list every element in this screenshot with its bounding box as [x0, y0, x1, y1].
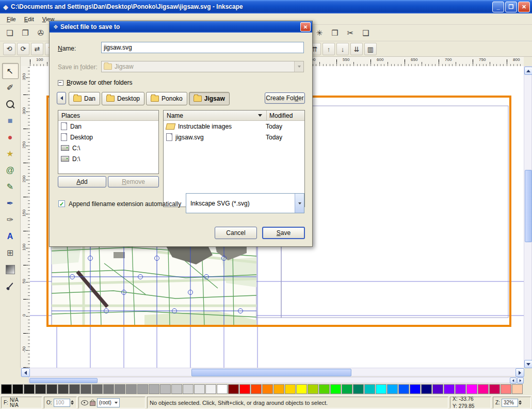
tool-zoom[interactable] — [2, 96, 19, 112]
tool-connector[interactable]: ⊞ — [2, 245, 19, 261]
palette-swatch[interactable] — [58, 384, 69, 394]
palette-swatch[interactable] — [239, 384, 250, 394]
path-back-button[interactable] — [57, 92, 66, 104]
file-type-select[interactable]: Inkscape SVG (*.svg) — [186, 193, 304, 213]
palette-swatch[interactable] — [319, 384, 330, 394]
palette-swatch[interactable] — [364, 384, 375, 394]
scroll-down-button[interactable] — [524, 360, 532, 368]
palette-swatch[interactable] — [251, 384, 262, 394]
palette-swatch[interactable] — [149, 384, 159, 394]
tool-rectangle[interactable]: ■ — [2, 113, 19, 129]
palette-swatch[interactable] — [46, 384, 57, 394]
place-d[interactable]: D:\ — [58, 153, 158, 164]
palette-swatch[interactable] — [501, 384, 511, 394]
palette-swatch[interactable] — [296, 384, 307, 394]
cancel-button[interactable]: Cancel — [215, 227, 257, 239]
layer-visibility-icon[interactable] — [81, 400, 88, 405]
path-button-dan[interactable]: Dan — [69, 92, 100, 105]
palette-swatch[interactable] — [35, 384, 46, 394]
vertical-ruler[interactable]: 350300250200150100500-50 — [21, 66, 30, 368]
rotate-cw-button[interactable]: ⟳ — [17, 43, 29, 55]
horizontal-scrollbar[interactable] — [21, 368, 524, 376]
file-row-jigsaw-svg[interactable]: jigsaw.svgToday — [164, 132, 304, 143]
layer-indicator[interactable]: (root) — [78, 397, 146, 408]
scroll-left-button[interactable] — [21, 368, 30, 377]
palette-swatch[interactable] — [387, 384, 398, 394]
tool-star[interactable]: ★ — [2, 146, 19, 162]
palette-swatch[interactable] — [24, 384, 35, 394]
raise-button[interactable]: ↑ — [323, 43, 335, 55]
tool-spiral[interactable]: @ — [2, 162, 19, 178]
create-folder-button[interactable]: Create Folder — [265, 92, 305, 104]
tool-pencil[interactable]: ✎ — [2, 179, 19, 195]
palette-swatch[interactable] — [183, 384, 194, 394]
palette-swatch[interactable] — [421, 384, 432, 394]
palette-swatch[interactable] — [432, 384, 443, 394]
places-header[interactable]: Places — [58, 111, 158, 121]
browse-folders-expander[interactable]: Browse for other folders — [58, 79, 132, 86]
open-button[interactable]: ❐ — [19, 26, 32, 40]
palette-swatch[interactable] — [410, 384, 421, 394]
palette-swatch[interactable] — [466, 384, 477, 394]
palette-swatch[interactable] — [285, 384, 296, 394]
window-titlebar[interactable]: ◆ C:\Documents and Settings\Dan\Desktop\… — [0, 0, 532, 13]
palette-scrollbar[interactable] — [28, 377, 524, 383]
path-button-desktop[interactable]: Desktop — [102, 92, 144, 105]
path-button-ponoko[interactable]: Ponoko — [146, 92, 187, 105]
preferences-button[interactable]: ✳ — [313, 26, 326, 40]
palette-swatch[interactable] — [273, 384, 284, 394]
scroll-up-button[interactable] — [524, 67, 532, 75]
opacity-value[interactable]: 100 — [54, 399, 70, 407]
palette-swatch[interactable] — [308, 384, 318, 394]
tool-pen[interactable]: ✒ — [2, 195, 19, 211]
palette-swatch[interactable] — [160, 384, 171, 394]
palette-swatch[interactable] — [137, 384, 148, 394]
palette-scroll-right-button[interactable] — [517, 377, 524, 384]
save-button[interactable]: Save — [262, 227, 305, 239]
place-dan[interactable]: Dan — [58, 121, 158, 132]
tool-dropper[interactable] — [2, 278, 19, 294]
dialog-close-button[interactable]: ✕ — [300, 22, 311, 32]
horizontal-scroll-thumb[interactable] — [191, 369, 351, 376]
palette-scroll-left-button[interactable] — [510, 377, 517, 384]
opacity-control[interactable]: O: 100 — [44, 397, 77, 408]
tool-ellipse[interactable]: ● — [2, 129, 19, 145]
spin-down-icon[interactable] — [519, 403, 522, 405]
rotate-ccw-button[interactable]: ⟲ — [3, 43, 15, 55]
palette-swatch[interactable] — [115, 384, 125, 394]
palette-swatch[interactable] — [12, 384, 23, 394]
lower-button[interactable]: ↓ — [336, 43, 349, 55]
spin-down-icon[interactable] — [71, 403, 74, 405]
palette-swatch[interactable] — [217, 384, 228, 394]
palette-swatch[interactable] — [126, 384, 137, 394]
palette-swatch[interactable] — [194, 384, 205, 394]
path-button-jigsaw[interactable]: Jigsaw — [189, 92, 230, 105]
palette-swatch[interactable] — [398, 384, 409, 394]
place-c[interactable]: C:\ — [58, 143, 158, 153]
palette-swatch[interactable] — [512, 384, 523, 394]
palette-swatch[interactable] — [205, 384, 216, 394]
palette-swatch[interactable] — [1, 384, 12, 394]
palette-swatch[interactable] — [262, 384, 273, 394]
collapse-icon[interactable] — [58, 80, 63, 86]
append-extension-checkbox[interactable]: ✓ — [58, 200, 65, 207]
tool-calligraphy[interactable]: ✑ — [2, 212, 19, 228]
paste-button[interactable]: ❑ — [359, 26, 373, 40]
filename-input[interactable] — [101, 42, 304, 53]
zoom-control[interactable]: Z: 32% — [493, 397, 531, 408]
close-button[interactable]: ✕ — [518, 2, 530, 12]
restore-button[interactable]: ❐ — [505, 2, 517, 12]
palette-scroll-thumb[interactable] — [29, 378, 98, 383]
tool-node-editor[interactable]: ✐ — [2, 80, 19, 96]
palette-swatch[interactable] — [103, 384, 114, 394]
menu-file[interactable]: File — [3, 14, 20, 24]
palette-swatch[interactable] — [92, 384, 103, 394]
add-place-button[interactable]: Add — [58, 176, 106, 187]
palette-swatch[interactable] — [489, 384, 500, 394]
tool-gradient[interactable] — [2, 261, 19, 277]
layer-select[interactable]: (root) — [97, 398, 120, 407]
palette-swatch[interactable] — [455, 384, 466, 394]
zoom-value[interactable]: 32% — [502, 399, 518, 407]
vertical-scroll-thumb[interactable] — [525, 170, 532, 242]
copy-button[interactable]: ❒ — [328, 26, 342, 40]
